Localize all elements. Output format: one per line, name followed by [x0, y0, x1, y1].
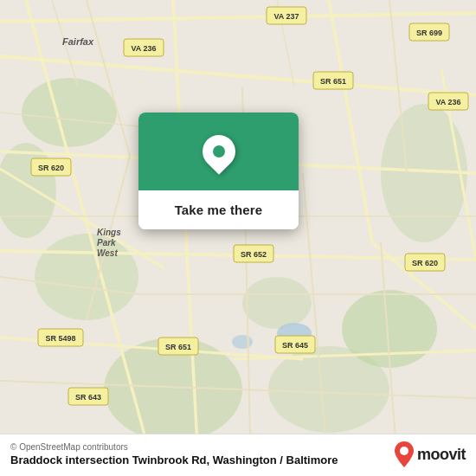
bottom-bar: © OpenStreetMap contributors Braddock in… — [0, 434, 476, 476]
svg-text:VA 236: VA 236 — [435, 98, 460, 106]
svg-text:SR 643: SR 643 — [75, 393, 101, 402]
copyright-text: © OpenStreetMap contributors — [10, 442, 338, 452]
svg-text:SR 651: SR 651 — [165, 343, 191, 351]
svg-text:Fairfax: Fairfax — [62, 36, 94, 47]
moovit-pin-icon — [395, 441, 414, 467]
svg-text:SR 5498: SR 5498 — [45, 334, 75, 343]
bottom-bar-info: © OpenStreetMap contributors Braddock in… — [10, 442, 338, 466]
popup-card: Take me there — [138, 113, 299, 229]
svg-text:SR 652: SR 652 — [241, 250, 267, 259]
map-container: SR 699 VA 237 VA 236 SR 651 VA 236 SR 62… — [0, 0, 476, 476]
popup-header — [138, 113, 299, 190]
moovit-logo: moovit — [395, 441, 466, 467]
svg-text:Park: Park — [97, 238, 116, 248]
svg-point-1 — [22, 78, 117, 147]
svg-text:SR 651: SR 651 — [320, 77, 346, 86]
svg-text:SR 699: SR 699 — [416, 29, 442, 37]
svg-point-64 — [400, 447, 408, 455]
svg-text:SR 620: SR 620 — [412, 259, 438, 267]
svg-text:Kings: Kings — [97, 228, 121, 237]
svg-text:SR 645: SR 645 — [282, 341, 308, 350]
svg-text:West: West — [97, 248, 118, 258]
take-me-there-button[interactable]: Take me there — [138, 190, 299, 229]
map-pin-center — [213, 145, 225, 158]
svg-point-8 — [242, 277, 312, 329]
svg-text:VA 237: VA 237 — [273, 12, 299, 21]
location-title: Braddock intersection Twinbrook Rd, Wash… — [10, 453, 338, 466]
map-pin-icon — [196, 128, 242, 175]
svg-text:SR 620: SR 620 — [38, 164, 64, 172]
svg-point-10 — [232, 335, 253, 349]
moovit-brand-text: moovit — [417, 446, 466, 464]
svg-text:VA 236: VA 236 — [131, 44, 156, 53]
map-svg: SR 699 VA 237 VA 236 SR 651 VA 236 SR 62… — [0, 0, 476, 476]
svg-point-3 — [35, 234, 138, 320]
